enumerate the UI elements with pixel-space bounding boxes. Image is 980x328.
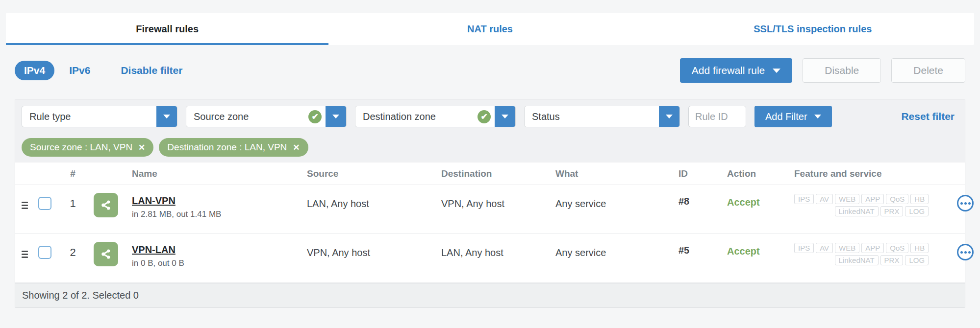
- feature-badge: HB: [910, 243, 929, 253]
- chevron-down-icon: [163, 115, 170, 118]
- drag-handle-icon[interactable]: [22, 202, 28, 209]
- header-name: Name: [132, 168, 307, 179]
- reset-filter-link[interactable]: Reset filter: [901, 111, 955, 122]
- delete-button[interactable]: Delete: [891, 58, 965, 83]
- rule-id: #5: [678, 245, 717, 256]
- table-footer: Showing 2 of 2. Selected 0: [15, 283, 965, 307]
- status-dropdown-button[interactable]: [659, 106, 679, 127]
- ellipsis-icon: [960, 202, 963, 205]
- filter-chip-label: Source zone : LAN, VPN: [30, 142, 132, 153]
- disable-filter-link[interactable]: Disable filter: [121, 65, 182, 76]
- add-filter-label: Add Filter: [765, 111, 807, 122]
- toolbar: IPv4 IPv6 Disable filter Add firewall ru…: [15, 58, 965, 83]
- close-icon[interactable]: ✕: [293, 143, 300, 152]
- filter-chip-destination-zone: Destination zone : LAN, VPN ✕: [159, 138, 308, 157]
- rule-traffic: in 0 B, out 0 B: [132, 258, 307, 268]
- rule-source: VPN, Any host: [307, 247, 441, 258]
- table-header: # Name Source Destination What ID Action…: [15, 163, 965, 185]
- chevron-down-icon: [502, 115, 508, 118]
- tab-nat-rules[interactable]: NAT rules: [328, 13, 651, 45]
- add-firewall-rule-label: Add firewall rule: [692, 65, 765, 76]
- feature-badge: PRX: [880, 206, 904, 216]
- rule-what: Any service: [555, 198, 678, 210]
- chevron-down-icon: [332, 115, 339, 118]
- feature-badge: IPS: [794, 243, 814, 253]
- filter-row: Rule type Source zone ✔ Destination zone…: [22, 106, 958, 127]
- rule-name-link[interactable]: VPN-LAN: [132, 244, 176, 256]
- row-checkbox[interactable]: [38, 197, 51, 210]
- rule-position: 2: [54, 246, 91, 282]
- status-dropdown[interactable]: Status: [524, 106, 680, 127]
- rule-traffic: in 2.81 MB, out 1.41 MB: [132, 210, 307, 219]
- chevron-down-icon: [814, 115, 821, 118]
- feature-badge: LOG: [905, 255, 929, 265]
- source-zone-dropdown-label: Source zone: [186, 111, 308, 122]
- destination-zone-dropdown-label: Destination zone: [355, 111, 477, 122]
- feature-badge: LinkedNAT: [835, 255, 879, 265]
- toolbar-actions: Add firewall rule Disable Delete: [680, 58, 965, 83]
- header-destination: Destination: [441, 168, 555, 179]
- feature-badge: LinkedNAT: [835, 206, 879, 216]
- rule-id: #8: [678, 196, 717, 207]
- rule-destination: LAN, Any host: [441, 247, 555, 258]
- rule-position: 1: [54, 197, 91, 234]
- drag-handle-icon[interactable]: [22, 251, 28, 258]
- ellipsis-icon: [964, 202, 967, 205]
- active-filter-chips: Source zone : LAN, VPN ✕ Destination zon…: [22, 138, 958, 157]
- source-zone-dropdown[interactable]: Source zone ✔: [186, 106, 347, 127]
- feature-badge: AV: [816, 194, 833, 204]
- table-row: 2 VPN-LAN in 0 B, out 0 B VPN, Any host …: [15, 234, 965, 283]
- firewall-rule-icon: [94, 193, 118, 217]
- rule-name-link[interactable]: LAN-VPN: [132, 195, 176, 207]
- tab-firewall-rules[interactable]: Firewall rules: [6, 13, 328, 45]
- feature-badge: QoS: [886, 194, 908, 204]
- header-num: #: [54, 168, 91, 179]
- feature-badge: QoS: [886, 243, 908, 253]
- header-action: Action: [717, 168, 776, 179]
- feature-badge: APP: [861, 243, 884, 253]
- feature-badges: IPS AV WEB APP QoS HB LinkedNAT PRX LOG: [794, 243, 951, 265]
- rule-id-input[interactable]: [688, 106, 746, 127]
- firewall-rules-panel: Rule type Source zone ✔ Destination zone…: [15, 99, 965, 308]
- status-dropdown-label: Status: [525, 111, 659, 122]
- rule-type-dropdown-button[interactable]: [156, 106, 177, 127]
- filter-chip-source-zone: Source zone : LAN, VPN ✕: [22, 138, 153, 157]
- rule-type-dropdown[interactable]: Rule type: [22, 106, 177, 127]
- filter-section: Rule type Source zone ✔ Destination zone…: [15, 99, 965, 163]
- close-icon[interactable]: ✕: [138, 143, 145, 152]
- header-source: Source: [307, 168, 441, 179]
- source-zone-dropdown-button[interactable]: [326, 106, 346, 127]
- row-checkbox[interactable]: [38, 246, 51, 259]
- header-what: What: [555, 168, 678, 179]
- disable-button[interactable]: Disable: [803, 58, 881, 83]
- destination-zone-dropdown-button[interactable]: [495, 106, 515, 127]
- chevron-down-icon: [773, 69, 780, 73]
- more-options-button[interactable]: [957, 244, 974, 260]
- tab-ssl-tls-inspection-rules[interactable]: SSL/TLS inspection rules: [652, 13, 974, 45]
- ipv6-toggle[interactable]: IPv6: [69, 65, 90, 76]
- ellipsis-icon: [968, 202, 971, 205]
- ipv4-toggle[interactable]: IPv4: [15, 61, 54, 80]
- feature-badges: IPS AV WEB APP QoS HB LinkedNAT PRX LOG: [794, 194, 951, 216]
- check-icon: ✔: [477, 110, 491, 123]
- header-feature-and-service: Feature and service: [776, 168, 935, 179]
- add-filter-button[interactable]: Add Filter: [754, 106, 832, 127]
- firewall-rule-icon: [94, 242, 118, 266]
- header-id: ID: [678, 168, 717, 179]
- more-options-button[interactable]: [957, 195, 974, 211]
- feature-badge: WEB: [835, 243, 859, 253]
- tab-bar: Firewall rules NAT rules SSL/TLS inspect…: [6, 13, 974, 45]
- feature-badge: AV: [816, 243, 833, 253]
- feature-badge: HB: [910, 194, 929, 204]
- share-icon: [99, 247, 113, 261]
- add-firewall-rule-button[interactable]: Add firewall rule: [680, 58, 792, 83]
- showing-status: Showing 2 of 2. Selected 0: [22, 290, 139, 301]
- chevron-down-icon: [666, 115, 673, 118]
- feature-badge: APP: [861, 194, 884, 204]
- rule-action: Accept: [727, 246, 776, 257]
- destination-zone-dropdown[interactable]: Destination zone ✔: [355, 106, 516, 127]
- feature-badge: PRX: [880, 255, 904, 265]
- share-icon: [99, 198, 113, 212]
- feature-badge: LOG: [905, 206, 929, 216]
- feature-badge: IPS: [794, 194, 814, 204]
